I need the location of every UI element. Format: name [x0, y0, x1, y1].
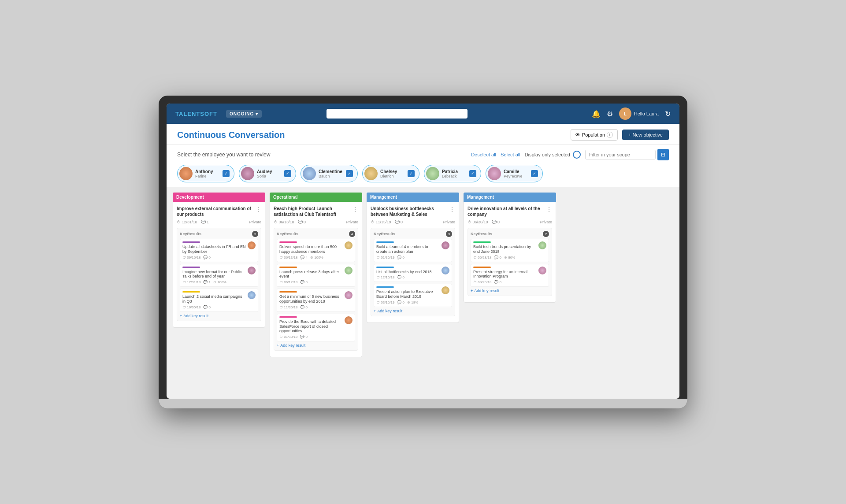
- col-header-col1: Development: [173, 193, 265, 202]
- kr-avatar-2-1: [442, 267, 449, 274]
- emp-check-0[interactable]: ✓: [223, 170, 230, 177]
- kr-avatar-3-1: [538, 267, 546, 274]
- kr-meta-3-1: ⏱ 09/20/18 💬 0: [473, 280, 537, 284]
- deselect-all-button[interactable]: Deselect all: [471, 152, 496, 157]
- kr-bar-0-1: [182, 267, 200, 268]
- user-avatar: L: [619, 107, 631, 120]
- emp-name-1: Audrey: [257, 169, 282, 174]
- kr-meta-1-3: ⏱ 01/30/19 💬 0: [279, 335, 343, 339]
- kr-bar-3-0: [473, 241, 491, 243]
- population-button[interactable]: 👁 Population i: [571, 129, 618, 141]
- brand-logo: TALENTSOFT: [175, 111, 217, 117]
- obj-menu-col2[interactable]: ⋮: [352, 206, 358, 213]
- emp-check-2[interactable]: ✓: [346, 170, 353, 177]
- add-kr-button-col1[interactable]: +Add key result: [180, 314, 258, 318]
- add-kr-button-col4[interactable]: +Add key result: [471, 289, 549, 293]
- emp-info-0: Anthony Farine: [195, 169, 220, 178]
- kr-label-col1: KeyResults: [180, 232, 201, 236]
- add-kr-button-col3[interactable]: +Add key result: [374, 309, 452, 313]
- kr-item-3-1: Present strategy for an internal Innovat…: [471, 264, 549, 287]
- add-kr-button-col2[interactable]: +Add key result: [277, 343, 355, 348]
- employee-card-5[interactable]: Camille Peyrecave ✓: [486, 165, 543, 182]
- kr-item-1-1: Launch press release 3 days after event …: [277, 264, 355, 287]
- kr-meta-2-2: ⏱ 03/15/19 💬 0 ⊙ 18%: [376, 300, 440, 304]
- kr-text-1-3: Provide the Exec with a detailed SalesFo…: [279, 319, 343, 334]
- kr-bar-2-2: [376, 286, 394, 288]
- obj-title-col4: Drive innovation at all levels of the co…: [468, 206, 544, 217]
- kr-meta-1-0: ⏱ 06/13/18 💬 4 ⊙ 100%: [279, 256, 343, 259]
- objective-card-col1: Improve external communication of our pr…: [173, 202, 265, 328]
- gear-icon[interactable]: ⚙: [607, 110, 613, 118]
- emp-info-3: Chelsey Dietrich: [380, 169, 405, 178]
- kr-section-col3: KeyResults 3 Build a team of 4 members t…: [371, 228, 455, 316]
- user-pill[interactable]: L Hello Laura: [619, 107, 659, 120]
- obj-menu-col1[interactable]: ⋮: [255, 206, 261, 213]
- nav-icons: 🔔 ⚙ L Hello Laura ↻: [592, 107, 671, 120]
- kr-header-col2: KeyResults 4: [277, 231, 355, 237]
- kr-section-col4: KeyResults 2 Build tech trends presentat…: [468, 228, 552, 296]
- scope-input[interactable]: [585, 150, 656, 159]
- emp-check-3[interactable]: ✓: [408, 170, 415, 177]
- kr-avatar-1-3: [345, 316, 352, 324]
- kr-text-1-2: Get a minimum of 5 new business opportun…: [279, 294, 343, 304]
- obj-meta-col2: ⏱ 06/13/18 💬 0 Private: [274, 220, 358, 224]
- kr-bar-2-1: [376, 267, 394, 268]
- search-input[interactable]: [327, 109, 468, 119]
- obj-menu-col4[interactable]: ⋮: [546, 206, 552, 213]
- select-all-button[interactable]: Select all: [501, 152, 520, 157]
- logout-icon[interactable]: ↻: [665, 110, 671, 118]
- search-wrap: [327, 109, 468, 119]
- obj-meta-col4: ⏱ 06/30/19 💬 0 Private: [468, 220, 552, 224]
- employee-card-3[interactable]: Chelsey Dietrich ✓: [362, 165, 419, 182]
- obj-title-row-col3: Unblock business bottlenecks between Mar…: [371, 206, 455, 217]
- employee-card-4[interactable]: Patricia Lebsack ✓: [424, 165, 481, 182]
- kr-text-0-1: Imagine new format for our Public Talks …: [182, 270, 246, 279]
- eye-icon: 👁: [575, 132, 580, 137]
- col-header-col4: Management: [464, 193, 556, 202]
- kr-item-1-0: Deliver speech to more than 500 happy au…: [277, 239, 355, 262]
- kr-count-col4: 2: [543, 231, 549, 237]
- employee-card-2[interactable]: Clementine Bauch ✓: [301, 165, 358, 182]
- objective-card-col3: Unblock business bottlenecks between Mar…: [367, 202, 459, 323]
- emp-avatar-0: [179, 167, 193, 180]
- emp-avatar-1: [241, 167, 254, 180]
- kr-bar-2-0: [376, 241, 394, 243]
- column-col2: Operational Reach high Product Launch sa…: [270, 193, 362, 393]
- emp-sub-2: Bauch: [319, 174, 343, 178]
- emp-info-2: Clementine Bauch: [319, 169, 343, 178]
- kr-bar-1-0: [279, 241, 297, 243]
- laptop-screen: TALENTSOFT ONGOING ▾ 🔔 ⚙ L Hello Laura ↻: [167, 104, 679, 399]
- toggle-switch[interactable]: [573, 151, 581, 159]
- obj-menu-col3[interactable]: ⋮: [449, 206, 455, 213]
- emp-name-2: Clementine: [319, 169, 343, 174]
- obj-title-row-col4: Drive innovation at all levels of the co…: [468, 206, 552, 217]
- emp-check-5[interactable]: ✓: [531, 170, 538, 177]
- kr-item-0-1: Imagine new format for our Public Talks …: [180, 264, 258, 287]
- kr-meta-1-1: ⏱ 06/17/18 💬 0: [279, 280, 343, 284]
- obj-title-col3: Unblock business bottlenecks between Mar…: [371, 206, 447, 217]
- kr-section-col1: KeyResults 3 Update all datasheets in FR…: [177, 228, 261, 321]
- obj-title-row-col1: Improve external communication of our pr…: [177, 206, 261, 217]
- obj-title-col2: Reach high Product Launch satisfaction a…: [274, 206, 350, 217]
- kr-item-1-3: Provide the Exec with a detailed SalesFo…: [277, 314, 355, 341]
- ongoing-badge[interactable]: ONGOING ▾: [226, 110, 262, 118]
- kr-avatar-0-0: [248, 241, 256, 249]
- column-col3: Management Unblock business bottlenecks …: [367, 193, 459, 393]
- obj-meta-col1: ⏱ 12/31/18 💬 1 Private: [177, 220, 261, 224]
- filter-button[interactable]: ⊟: [657, 149, 669, 160]
- emp-check-1[interactable]: ✓: [284, 170, 291, 177]
- employee-card-1[interactable]: Audrey Soria ✓: [239, 165, 296, 182]
- kr-avatar-1-0: [345, 241, 352, 249]
- kr-count-col3: 3: [446, 231, 452, 237]
- kr-avatar-2-0: [442, 241, 449, 249]
- emp-check-4[interactable]: ✓: [469, 170, 476, 177]
- bell-icon[interactable]: 🔔: [592, 110, 601, 118]
- new-objective-button[interactable]: + New objective: [622, 130, 669, 140]
- emp-sub-1: Soria: [257, 174, 282, 178]
- kr-text-3-0: Build tech trends presentation by end Ju…: [473, 245, 537, 254]
- kr-item-1-2: Get a minimum of 5 new business opportun…: [277, 289, 355, 312]
- employee-card-0[interactable]: Anthony Farine ✓: [177, 165, 234, 182]
- emp-name-4: Patricia: [442, 169, 467, 174]
- emp-sub-0: Farine: [195, 174, 220, 178]
- emp-avatar-4: [426, 167, 439, 180]
